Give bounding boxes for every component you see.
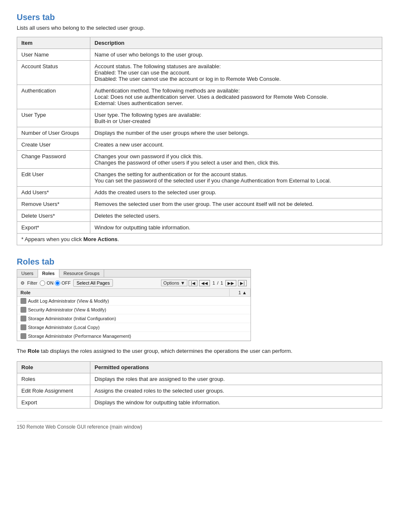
filter-label: Filter: [27, 280, 37, 285]
role-num-5: [230, 332, 251, 340]
role-row-2: Security Administrator (View & Modify): [17, 306, 251, 314]
roles-desc-cell-0: Displays the roles that are assigned to …: [90, 373, 382, 385]
table-row: Change PasswordChanges your own password…: [17, 151, 382, 169]
desc-cell-11: Window for outputting table information.: [90, 222, 382, 234]
role-cell-2: Security Administrator (View & Modify): [17, 306, 230, 314]
desc-cell-5: Creates a new user account.: [90, 139, 382, 151]
table-row: Edit UserChanges the setting for authent…: [17, 169, 382, 187]
role-num-3: [230, 314, 251, 323]
last-page-button[interactable]: ▶|: [238, 280, 247, 286]
screenshot-tab-resource-groups[interactable]: Resource Groups: [59, 270, 104, 277]
footer-text: 150 Remote Web Console GUI reference (ma…: [17, 424, 142, 430]
page-current: 1: [212, 280, 215, 285]
roles-tab-section: Roles tab Users Roles Resource Groups ⚙ …: [17, 257, 382, 409]
page-footer: 150 Remote Web Console GUI reference (ma…: [17, 421, 382, 430]
desc-cell-7: Changes the setting for authentication o…: [90, 169, 382, 187]
item-cell-0: User Name: [17, 49, 90, 61]
table-row: Create UserCreates a new user account.: [17, 139, 382, 151]
role-num-1: [230, 297, 251, 305]
table-footnote: * Appears when you click More Actions.: [17, 234, 382, 245]
item-cell-9: Remove Users*: [17, 198, 90, 210]
role-cell-1: Audit Log Administrator (View & Modify): [17, 297, 230, 305]
users-tab-title: Users tab: [17, 13, 382, 22]
role-name-1: Audit Log Administrator (View & Modify): [28, 298, 109, 303]
role-cell-5: Storage Administrator (Performance Manag…: [17, 332, 230, 340]
page-total: 1: [220, 280, 223, 285]
filter-off-radio[interactable]: [55, 280, 60, 286]
col-description-header: Description: [90, 37, 382, 49]
table-row: Add Users*Adds the created users to the …: [17, 187, 382, 198]
prev-page-button[interactable]: ◀◀: [199, 280, 210, 286]
options-button[interactable]: Options ▼: [161, 280, 188, 286]
role-name-5: Storage Administrator (Performance Manag…: [28, 334, 131, 339]
item-cell-2: Authentication: [17, 85, 90, 109]
item-cell-3: User Type: [17, 109, 90, 127]
table-footnote-row: * Appears when you click More Actions.: [17, 234, 382, 245]
next-page-button[interactable]: ▶▶: [225, 280, 236, 286]
role-bold: Role: [28, 348, 39, 354]
desc-cell-6: Changes your own password if you click t…: [90, 151, 382, 169]
page-separator: /: [217, 280, 218, 285]
item-cell-8: Add Users*: [17, 187, 90, 198]
table-header-row: Item Description: [17, 37, 382, 49]
roles-table-row: ExportDisplays the window for outputting…: [17, 396, 382, 408]
filter-on-radio[interactable]: [40, 280, 45, 286]
role-name-4: Storage Administrator (Local Copy): [28, 325, 100, 330]
roles-tab-table: Role Permitted operations RolesDisplays …: [17, 361, 382, 409]
role-num-2: [230, 306, 251, 314]
table-row: Remove Users*Removes the selected user f…: [17, 198, 382, 210]
desc-cell-3: User type. The following types are avail…: [90, 109, 382, 127]
table-row: Delete Users*Deletes the selected users.: [17, 210, 382, 222]
role-icon-2: [20, 307, 26, 313]
roles-desc-cell-1: Assigns the created roles to the selecte…: [90, 385, 382, 396]
role-cell-4: Storage Administrator (Local Copy): [17, 323, 230, 332]
roles-item-cell-1: Edit Role Assignment: [17, 385, 90, 396]
item-cell-6: Change Password: [17, 151, 90, 169]
screenshot-tab-bar: Users Roles Resource Groups: [17, 270, 251, 278]
role-icon-1: [20, 298, 26, 304]
desc-cell-10: Deletes the selected users.: [90, 210, 382, 222]
table-row: User NameName of user who belongs to the…: [17, 49, 382, 61]
screenshot-toolbar: ⚙ Filter ON OFF Select All Pages Options…: [17, 278, 251, 289]
role-row-3: Storage Administrator (Initial Configura…: [17, 314, 251, 323]
role-cell-3: Storage Administrator (Initial Configura…: [17, 314, 230, 323]
on-off-group: ON OFF: [40, 280, 71, 286]
roles-item-cell-0: Roles: [17, 373, 90, 385]
col-item-header: Item: [17, 37, 90, 49]
screenshot-tab-roles[interactable]: Roles: [38, 270, 59, 278]
roles-screenshot: Users Roles Resource Groups ⚙ Filter ON …: [17, 269, 251, 341]
role-icon-4: [20, 324, 26, 330]
item-cell-7: Edit User: [17, 169, 90, 187]
role-row-1: Audit Log Administrator (View & Modify): [17, 297, 251, 306]
role-row-5: Storage Administrator (Performance Manag…: [17, 332, 251, 341]
role-icon-5: [20, 333, 26, 339]
desc-cell-0: Name of user who belongs to the user gro…: [90, 49, 382, 61]
role-name-3: Storage Administrator (Initial Configura…: [28, 316, 116, 321]
screenshot-tab-users[interactable]: Users: [17, 270, 38, 277]
off-label: OFF: [61, 280, 71, 285]
role-col-header: Role: [17, 289, 230, 296]
desc-cell-8: Adds the created users to the selected u…: [90, 187, 382, 198]
role-row-4: Storage Administrator (Local Copy): [17, 323, 251, 332]
desc-cell-9: Removes the selected user from the user …: [90, 198, 382, 210]
role-name-2: Security Administrator (View & Modify): [28, 307, 106, 312]
roles-table-header-row: Role Permitted operations: [17, 361, 382, 373]
first-page-button[interactable]: |◀: [189, 280, 197, 286]
item-cell-1: Account Status: [17, 61, 90, 85]
users-tab-table: Item Description User NameName of user w…: [17, 37, 382, 245]
roles-col-ops-header: Permitted operations: [90, 361, 382, 373]
select-all-pages-button[interactable]: Select All Pages: [73, 279, 113, 287]
table-row: Account StatusAccount status. The follow…: [17, 61, 382, 85]
roles-description: The Role tab displays the roles assigned…: [17, 347, 382, 355]
desc-cell-2: Authentication method. The following met…: [90, 85, 382, 109]
pagination-controls: Options ▼ |◀ ◀◀ 1 / 1 ▶▶ ▶|: [161, 280, 247, 286]
sort-col-header[interactable]: 1 ▲: [230, 289, 251, 296]
roles-item-cell-2: Export: [17, 396, 90, 408]
users-tab-subtitle: Lists all users who belong to the select…: [17, 25, 382, 31]
on-label: ON: [46, 280, 54, 285]
roles-col-header: Role 1 ▲: [17, 289, 251, 297]
item-cell-4: Number of User Groups: [17, 127, 90, 139]
table-row: User TypeUser type. The following types …: [17, 109, 382, 127]
item-cell-11: Export*: [17, 222, 90, 234]
roles-table-area: Role 1 ▲ Audit Log Administrator (View &…: [17, 289, 251, 341]
